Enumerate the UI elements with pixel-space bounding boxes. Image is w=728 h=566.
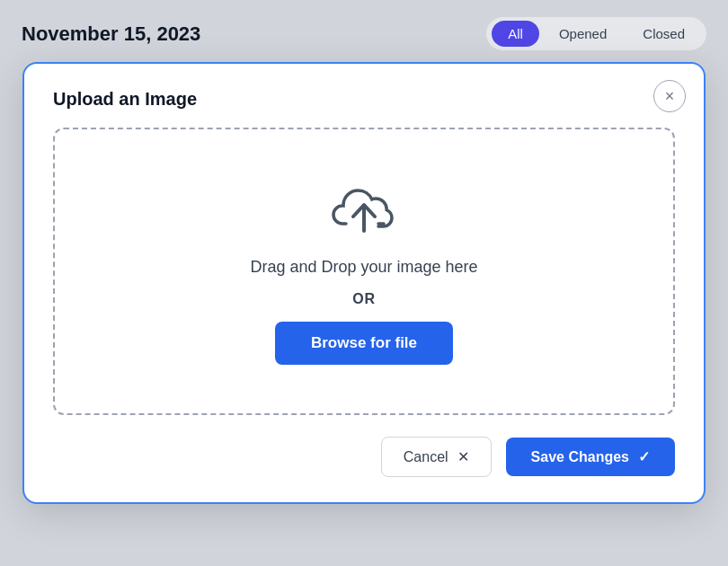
modal-footer: Cancel ✕ Save Changes ✓ [53,437,675,477]
checkmark-icon: ✓ [638,448,650,465]
cancel-label: Cancel [404,449,448,465]
cancel-button[interactable]: Cancel ✕ [381,437,492,477]
drop-zone[interactable]: Drag and Drop your image here OR Browse … [53,128,675,415]
cancel-icon: ✕ [457,448,469,465]
close-icon: × [665,87,675,106]
modal-close-button[interactable]: × [653,80,686,112]
browse-file-button[interactable]: Browse for file [275,322,453,365]
modal-overlay: × Upload an Image Drag and Drop your ima… [0,0,728,566]
or-text: OR [352,291,376,307]
upload-icon [328,179,400,243]
save-changes-button[interactable]: Save Changes ✓ [506,438,675,476]
upload-modal: × Upload an Image Drag and Drop your ima… [22,62,706,504]
drag-drop-text: Drag and Drop your image here [250,258,477,277]
save-label: Save Changes [531,449,629,465]
modal-title: Upload an Image [53,89,675,110]
